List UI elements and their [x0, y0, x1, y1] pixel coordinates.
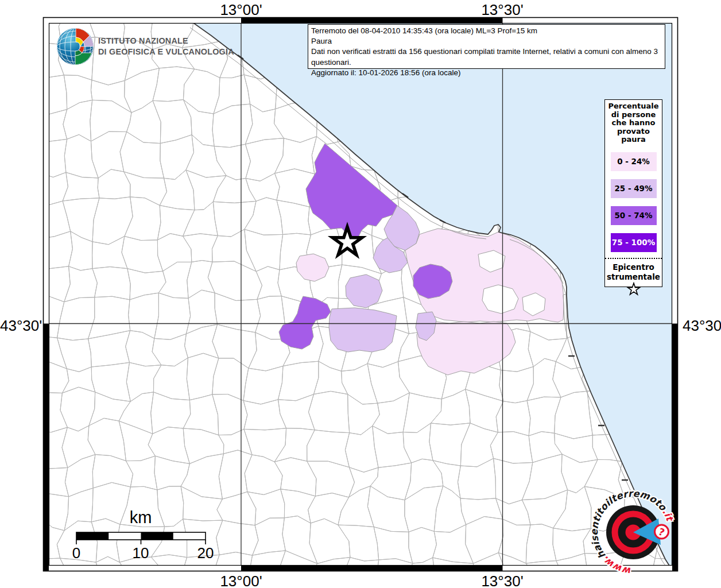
scale-tick-10: 10 — [133, 544, 149, 562]
scale-unit-label: km — [130, 508, 152, 527]
scale-tick-0: 0 — [72, 544, 80, 562]
info-line-source: Dati non verificati estratti da 156 ques… — [311, 47, 662, 67]
axis-label-left: 43°30' — [0, 317, 39, 335]
legend-class-0-24: 0 - 24% — [611, 152, 657, 171]
legend-star-icon — [625, 282, 642, 297]
info-line-updated: Aggiornato il: 10-01-2026 18:56 (ora loc… — [311, 68, 662, 78]
map-page: ? www.haisentitoilterremoto.it 13°00' 13… — [0, 0, 721, 588]
axis-label-top-right: 13°30' — [481, 1, 523, 19]
axis-label-bottom-right: 13°30' — [481, 572, 523, 588]
info-line-topic: Paura — [311, 36, 662, 47]
municipality-uncolored — [482, 285, 518, 314]
legend-class-50-74: 50 - 74% — [611, 206, 657, 225]
municipality-class2 — [329, 308, 397, 352]
ingv-wordmark: ISTITUTO NAZIONALE DI GEOFISICA E VULCAN… — [98, 35, 234, 57]
axis-label-top-left: 13°00' — [220, 1, 262, 19]
axis-label-bottom-left: 13°00' — [220, 572, 262, 588]
legend-class-25-49: 25 - 49% — [611, 179, 657, 198]
ingv-line1: ISTITUTO NAZIONALE — [98, 35, 234, 46]
earthquake-info-box: Terremoto del 08-04-2010 14:35:43 (ora l… — [308, 24, 665, 69]
legend-epicenter-label: Epicentro strumentale — [605, 262, 662, 282]
municipality-class2 — [346, 274, 382, 308]
ingv-globe-logo — [57, 28, 94, 65]
ingv-line2: DI GEOFISICA E VULCANOLOGIA — [98, 46, 234, 57]
info-line-event: Terremoto del 08-04-2010 14:35:43 (ora l… — [311, 26, 662, 36]
legend-title: Percentuale di persone che hanno provato… — [605, 102, 662, 144]
scale-tick-20: 20 — [197, 544, 214, 562]
legend: Percentuale di persone che hanno provato… — [604, 99, 662, 287]
axis-label-right: 43°30' — [683, 317, 721, 335]
legend-class-75-100: 75 - 100% — [611, 233, 657, 252]
legend-divider — [605, 258, 662, 259]
